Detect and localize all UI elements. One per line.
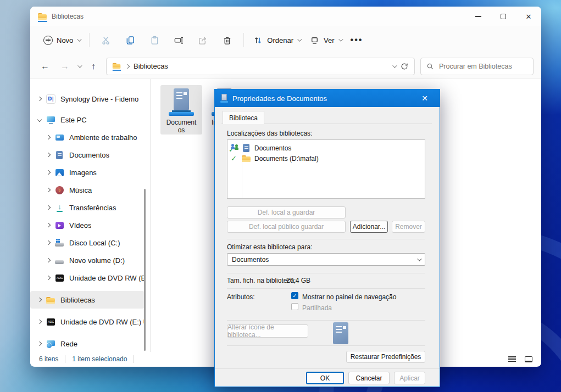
location-row-documentos[interactable]: ✓ Documentos <box>227 143 291 153</box>
chevron-right-icon[interactable] <box>46 258 51 262</box>
chevron-down-icon <box>417 256 421 261</box>
more-options-button[interactable]: ••• <box>346 32 368 48</box>
sidebar-item-pictures[interactable]: Imagens <box>30 164 145 181</box>
history-chevron-icon[interactable] <box>77 63 82 68</box>
remove-button[interactable]: Remover <box>392 221 425 233</box>
sort-button[interactable]: Ordenar <box>248 32 305 49</box>
sidebar-item-libraries[interactable]: Bibliotecas <box>30 291 145 309</box>
chevron-right-icon[interactable] <box>37 341 42 346</box>
ok-button[interactable]: OK <box>306 372 344 384</box>
dialog-title: Propriedades de Documentos <box>232 94 327 103</box>
sidebar-item-este-pc[interactable]: Este PC <box>30 111 145 128</box>
add-button[interactable]: Adicionar... <box>350 221 388 233</box>
plus-icon <box>43 36 53 45</box>
library-folder-icon <box>38 12 47 22</box>
view-button[interactable]: Ver <box>305 32 346 49</box>
file-tile-label: Documentos <box>165 119 197 134</box>
chevron-right-icon[interactable] <box>37 298 42 302</box>
cut-icon <box>101 35 112 46</box>
chevron-right-icon[interactable] <box>46 223 51 227</box>
restore-defaults-button[interactable]: Restaurar Predefinições <box>346 351 425 363</box>
chevron-right-icon[interactable] <box>46 240 51 245</box>
sidebar-item-network[interactable]: Rede <box>30 335 145 352</box>
back-button[interactable]: ← <box>38 61 52 71</box>
sidebar-item-videos[interactable]: Vídeos <box>30 216 145 234</box>
chevron-right-icon[interactable] <box>37 97 42 101</box>
chevron-right-icon[interactable] <box>46 276 51 280</box>
refresh-icon[interactable] <box>400 62 409 71</box>
show-in-nav-checkbox[interactable]: ✓ <box>291 292 298 299</box>
maximize-icon <box>501 14 506 19</box>
file-tile-documentos[interactable]: Documentos <box>160 85 202 135</box>
chevron-down-icon[interactable] <box>37 117 42 122</box>
breadcrumb[interactable]: Bibliotecas <box>134 62 168 70</box>
details-view-button[interactable] <box>508 356 516 362</box>
rename-button[interactable] <box>166 32 191 49</box>
cancel-button[interactable]: Cancelar <box>348 372 390 384</box>
sidebar-item-label: Vídeos <box>69 221 91 229</box>
sidebar-scrollbar[interactable] <box>144 189 146 351</box>
chevron-right-icon[interactable] <box>46 135 51 139</box>
dialog-close-button[interactable]: ✕ <box>415 89 434 107</box>
dialog-body: Biblioteca Localizações das bibliotecas:… <box>215 107 440 387</box>
this-pc-icon <box>46 115 55 125</box>
shared-checkbox[interactable] <box>291 303 298 310</box>
sidebar-item-documents[interactable]: Documentos <box>30 146 145 164</box>
icons-view-button[interactable] <box>525 356 532 362</box>
sidebar-item-disk-c[interactable]: Disco Local (C:) <box>30 234 145 251</box>
new-button[interactable]: Novo <box>39 32 85 48</box>
copy-button[interactable] <box>118 32 142 49</box>
desktop-icon <box>55 133 64 142</box>
sidebar-item-label: Ambiente de trabalho <box>69 133 137 142</box>
sidebar-item-synology[interactable]: Synology Drive - Fidemo <box>30 90 145 108</box>
documents-library-icon <box>169 88 194 117</box>
paste-button[interactable] <box>142 32 166 49</box>
tab-biblioteca[interactable]: Biblioteca <box>223 111 264 124</box>
selection-count: 1 item selecionado <box>72 355 127 363</box>
sidebar-item-desktop[interactable]: Ambiente de trabalho <box>30 128 145 146</box>
sidebar-item-label: Documentos <box>69 151 109 159</box>
sidebar-item-label: Imagens <box>69 169 97 177</box>
optimize-value: Documentos <box>232 256 269 264</box>
chevron-down-icon <box>297 37 302 41</box>
search-icon <box>426 63 434 70</box>
set-public-save-location-button[interactable]: Def. local público guardar <box>227 221 346 233</box>
sidebar-item-disk-d[interactable]: Novo volume (D:) <box>30 251 145 269</box>
dvd-icon <box>55 273 64 283</box>
divider <box>227 320 425 321</box>
close-button[interactable]: ✕ <box>516 7 541 26</box>
search-placeholder: Procurar em Bibliotecas <box>439 63 512 70</box>
chevron-right-icon[interactable] <box>46 205 51 210</box>
chevron-right-icon[interactable] <box>46 153 51 157</box>
chevron-right-icon[interactable] <box>46 188 51 192</box>
sidebar-item-downloads[interactable]: Transferências <box>30 199 145 216</box>
downloads-icon <box>55 203 64 212</box>
delete-button[interactable] <box>215 32 239 49</box>
sidebar-item-dvd-2[interactable]: Unidade de DVD RW (E:) User <box>30 313 145 331</box>
location-row-documents-d[interactable]: ✓ Documents (D:\mafal) <box>227 153 319 164</box>
maximize-button[interactable] <box>491 7 516 26</box>
sidebar-item-music[interactable]: Música <box>30 181 145 199</box>
chevron-right-icon[interactable] <box>46 170 51 175</box>
forward-button[interactable]: → <box>58 61 72 71</box>
set-save-location-button[interactable]: Def. local a guardar <box>227 206 346 219</box>
library-locations-list[interactable]: ✓ Documentos ✓ Documents (D:\mafal) <box>227 139 425 199</box>
share-button[interactable] <box>191 32 215 49</box>
chevron-right-icon[interactable] <box>37 320 42 324</box>
synology-icon <box>46 94 55 104</box>
default-save-location-icon: ✓ <box>227 144 242 153</box>
up-button[interactable]: ↑ <box>86 61 101 71</box>
minimize-button[interactable] <box>465 7 491 26</box>
address-dropdown-icon[interactable] <box>392 63 397 68</box>
search-input[interactable]: Procurar em Bibliotecas <box>420 58 534 75</box>
window-title: Bibliotecas <box>52 13 84 20</box>
address-bar[interactable]: Bibliotecas <box>106 58 415 75</box>
sidebar-item-label: Música <box>69 186 92 194</box>
cut-button[interactable] <box>94 32 118 49</box>
apply-button[interactable]: Aplicar <box>394 372 425 384</box>
change-icon-button[interactable]: Alterar ícone de biblioteca... <box>227 324 308 338</box>
optimize-dropdown[interactable]: Documentos <box>227 253 425 266</box>
videos-icon <box>55 221 64 230</box>
title-bar: Bibliotecas ✕ <box>30 7 541 26</box>
sidebar-item-dvd-1[interactable]: Unidade de DVD RW (E:) Us <box>30 269 145 287</box>
